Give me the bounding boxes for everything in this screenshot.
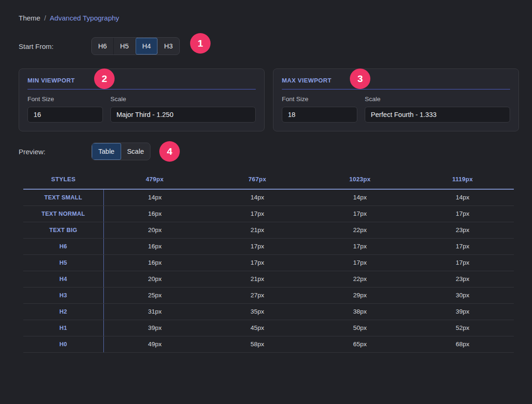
table-cell: 38px bbox=[309, 304, 411, 320]
min-font-size-field: Font Size bbox=[27, 96, 103, 123]
table-row-label: TEXT NORMAL bbox=[23, 206, 103, 222]
table-cell: 20px bbox=[103, 271, 206, 288]
table-cell: 25px bbox=[103, 288, 206, 304]
table-cell: 16px bbox=[103, 206, 206, 222]
table-cell: 45px bbox=[206, 320, 308, 336]
start-from-button-group: H6H5H4H3 bbox=[91, 37, 180, 55]
min-scale-label: Scale bbox=[110, 96, 256, 103]
table-cell: 35px bbox=[206, 304, 308, 320]
table-cell: 14px bbox=[309, 189, 411, 206]
table-row: H049px58px65px68px bbox=[23, 336, 514, 353]
table-cell: 50px bbox=[309, 320, 411, 336]
max-font-size-input[interactable] bbox=[282, 107, 357, 123]
min-font-size-input[interactable] bbox=[27, 107, 103, 123]
table-header-breakpoint: 767px bbox=[206, 171, 308, 189]
table-cell: 14px bbox=[411, 189, 514, 206]
table-cell: 17px bbox=[309, 239, 411, 255]
table-cell: 17px bbox=[206, 239, 308, 255]
preview-label: Preview: bbox=[19, 148, 91, 156]
table-cell: 20px bbox=[103, 222, 206, 239]
table-cell: 23px bbox=[411, 271, 514, 288]
table-cell: 68px bbox=[411, 336, 514, 353]
annotation-badge-3: 3 bbox=[350, 68, 370, 89]
table-cell: 58px bbox=[206, 336, 308, 353]
table-row-label: H4 bbox=[23, 271, 103, 288]
table-row: H420px21px22px23px bbox=[23, 271, 514, 288]
table-row-label: H6 bbox=[23, 239, 103, 255]
table-row: TEXT BIG20px21px22px23px bbox=[23, 222, 514, 239]
table-cell: 21px bbox=[206, 222, 308, 239]
max-font-size-field: Font Size bbox=[282, 96, 357, 123]
table-row: H616px17px17px17px bbox=[23, 239, 514, 255]
table-row-label: H0 bbox=[23, 336, 103, 353]
table-header-styles: STYLES bbox=[23, 171, 103, 189]
table-row: H516px17px17px17px bbox=[23, 255, 514, 271]
table-cell: 27px bbox=[206, 288, 308, 304]
max-font-size-label: Font Size bbox=[282, 96, 357, 103]
breadcrumb-theme-link[interactable]: Theme bbox=[19, 14, 41, 22]
min-viewport-panel: MIN VIEWPORT 2 Font Size Scale Major Thi… bbox=[19, 68, 265, 131]
breadcrumb-separator: / bbox=[44, 14, 46, 22]
table-cell: 39px bbox=[103, 320, 206, 336]
min-scale-select[interactable]: Major Third - 1.250 bbox=[110, 107, 256, 123]
start-from-label: Start From: bbox=[19, 42, 91, 50]
breadcrumb-current-page: Advanced Typography bbox=[50, 14, 119, 22]
min-scale-field: Scale Major Third - 1.250 bbox=[110, 96, 256, 123]
breadcrumb: Theme / Advanced Typography bbox=[19, 14, 519, 22]
table-header-breakpoint: 1023px bbox=[309, 171, 411, 189]
annotation-badge-1: 1 bbox=[190, 33, 211, 54]
advanced-typography-page: Theme / Advanced Typography Start From: … bbox=[0, 0, 532, 353]
table-cell: 23px bbox=[411, 222, 514, 239]
font-sizes-preview-table: STYLES479px767px1023px1119px TEXT SMALL1… bbox=[23, 171, 514, 353]
max-viewport-title: MAX VIEWPORT bbox=[282, 77, 510, 89]
table-cell: 39px bbox=[411, 304, 514, 320]
start-from-option-h3[interactable]: H3 bbox=[157, 38, 179, 55]
table-row-label: TEXT BIG bbox=[23, 222, 103, 239]
start-from-option-h4[interactable]: H4 bbox=[136, 38, 157, 55]
table-cell: 21px bbox=[206, 271, 308, 288]
start-from-option-h5[interactable]: H5 bbox=[114, 38, 136, 55]
table-cell: 17px bbox=[206, 206, 308, 222]
table-cell: 22px bbox=[309, 222, 411, 239]
table-row: TEXT SMALL14px14px14px14px bbox=[23, 189, 514, 206]
table-row: H139px45px50px52px bbox=[23, 320, 514, 336]
table-cell: 17px bbox=[411, 206, 514, 222]
max-scale-field: Scale Perfect Fourth - 1.333 bbox=[365, 96, 510, 123]
min-viewport-title: MIN VIEWPORT bbox=[27, 77, 256, 89]
min-viewport-fields: Font Size Scale Major Third - 1.250 bbox=[27, 96, 256, 123]
viewport-panels-row: MIN VIEWPORT 2 Font Size Scale Major Thi… bbox=[19, 68, 519, 131]
start-from-row: Start From: H6H5H4H3 1 bbox=[19, 37, 519, 55]
table-header-breakpoint: 1119px bbox=[411, 171, 514, 189]
table-row-label: H2 bbox=[23, 304, 103, 320]
min-font-size-label: Font Size bbox=[27, 96, 103, 103]
table-row-label: H3 bbox=[23, 288, 103, 304]
preview-option-table[interactable]: Table bbox=[92, 143, 121, 160]
table-cell: 17px bbox=[411, 239, 514, 255]
table-cell: 14px bbox=[103, 189, 206, 206]
table-cell: 16px bbox=[103, 239, 206, 255]
table-cell: 17px bbox=[309, 206, 411, 222]
table-cell: 49px bbox=[103, 336, 206, 353]
start-from-option-h6[interactable]: H6 bbox=[92, 38, 114, 55]
preview-toggle-group: TableScale bbox=[91, 143, 150, 160]
table-row-label: H5 bbox=[23, 255, 103, 271]
table-cell: 29px bbox=[309, 288, 411, 304]
max-scale-select[interactable]: Perfect Fourth - 1.333 bbox=[365, 107, 510, 123]
table-cell: 65px bbox=[309, 336, 411, 353]
table-body: TEXT SMALL14px14px14px14pxTEXT NORMAL16p… bbox=[23, 189, 514, 353]
table-cell: 17px bbox=[411, 255, 514, 271]
table-cell: 22px bbox=[309, 271, 411, 288]
max-viewport-fields: Font Size Scale Perfect Fourth - 1.333 bbox=[282, 96, 510, 123]
preview-row: Preview: TableScale 4 bbox=[19, 143, 519, 160]
preview-option-scale[interactable]: Scale bbox=[121, 143, 150, 160]
table-row: H325px27px29px30px bbox=[23, 288, 514, 304]
table-header-row: STYLES479px767px1023px1119px bbox=[23, 171, 514, 189]
max-viewport-panel: MAX VIEWPORT 3 Font Size Scale Perfect F… bbox=[273, 68, 519, 131]
annotation-badge-2: 2 bbox=[94, 68, 115, 89]
table-row-label: TEXT SMALL bbox=[23, 189, 103, 206]
table-cell: 52px bbox=[411, 320, 514, 336]
max-scale-label: Scale bbox=[365, 96, 510, 103]
table-header: STYLES479px767px1023px1119px bbox=[23, 171, 514, 189]
table-cell: 30px bbox=[411, 288, 514, 304]
table-cell: 16px bbox=[103, 255, 206, 271]
